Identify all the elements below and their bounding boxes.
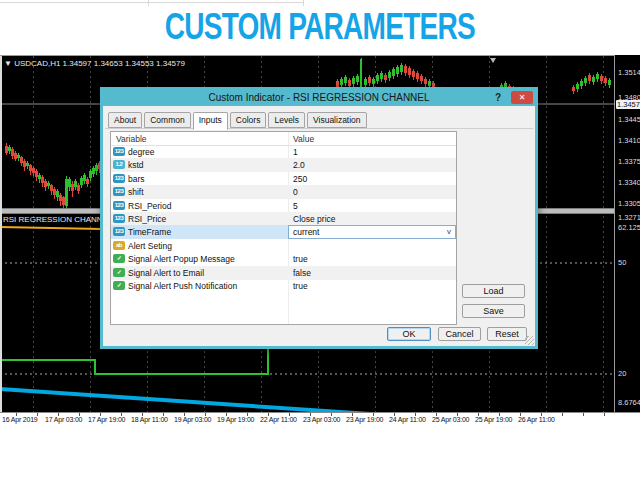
row-degree[interactable]: 123degree1 [111,145,456,159]
reset-button[interactable]: Reset [487,327,527,341]
candle-body [428,81,431,86]
param-value[interactable]: 1 [293,147,298,157]
param-name: Signal Alert to Email [128,268,204,278]
dialog-titlebar[interactable]: Custom Indicator - RSI REGRESSION CHANNE… [103,90,535,106]
candle-body [412,71,415,77]
time-axis-label: 25 Apr 03:00 [432,416,469,423]
tab-about[interactable]: About [108,112,142,128]
row-signal-alert-push-notification[interactable]: ✓Signal Alert Push Notificationtrue [111,279,456,293]
candle-body [608,80,611,85]
row-rsi-period[interactable]: 123RSI_Period5 [111,199,456,213]
param-value[interactable]: 0 [293,187,298,197]
candle-body [572,87,575,91]
candle-body [86,179,89,184]
row-timeframe[interactable]: 123TimeFramecurrentv [111,225,456,239]
cursor-marker-icon [490,58,496,63]
int-type-icon: 123 [113,214,125,223]
timeframe-combobox[interactable]: currentv [288,225,456,239]
tab-common[interactable]: Common [144,112,190,128]
candle-body [604,78,607,83]
time-axis-label: 23 Apr 03:00 [303,416,340,423]
param-value[interactable]: 5 [293,201,298,211]
param-value[interactable]: true [293,254,308,264]
string-type-icon: ab [113,241,125,250]
chevron-down-icon: v [447,227,451,236]
double-type-icon: 1.2 [113,160,125,169]
param-value[interactable]: 2.0 [293,160,305,170]
param-name: kstd [128,160,144,170]
candle-body [77,185,80,191]
time-axis-label: 23 Apr 19:00 [346,416,383,423]
param-name: TimeFrame [128,227,171,237]
row-signal-alert-to-email[interactable]: ✓Signal Alert to Emailfalse [111,266,456,280]
param-name: degree [128,147,154,157]
save-button[interactable]: Save [462,304,525,318]
row-alert-seting[interactable]: abAlert Seting [111,239,456,253]
price-axis-label: 1.33400 [618,178,640,187]
candle-body [360,59,362,89]
dialog-title: Custom Indicator - RSI REGRESSION CHANNE… [103,90,535,105]
candle-body [372,79,375,84]
tab-levels[interactable]: Levels [268,112,305,128]
time-axis-label: 19 Apr 19:00 [217,416,254,423]
time-axis: 16 Apr 201917 Apr 03:0017 Apr 19:0018 Ap… [0,412,640,425]
help-button[interactable]: ? [491,91,505,104]
inputs-table: Variable Value 123degree11.2kstd2.0123ba… [110,131,457,325]
candle-body [420,76,423,81]
time-axis-label: 17 Apr 19:00 [88,416,125,423]
close-icon: ✕ [519,93,526,102]
price-axis-label: 1.33750 [618,157,640,166]
candle-body [340,79,343,85]
cancel-button[interactable]: Cancel [438,327,481,341]
tab-inputs[interactable]: Inputs [193,112,228,130]
candle-body [600,76,603,81]
param-value[interactable]: 250 [293,174,307,184]
ok-button[interactable]: OK [387,327,431,341]
price-axis-label: 50 [618,258,626,267]
price-axis-label: 1.34800 [618,93,640,102]
resize-grip[interactable] [525,336,534,345]
tab-colors[interactable]: Colors [230,112,267,128]
price-axis-label: 1.34450 [618,115,640,124]
row-signal-alert-popup-message[interactable]: ✓Signal Alert Popup Messagetrue [111,252,456,266]
candle-body [416,73,419,79]
candle-body [392,69,395,76]
load-button[interactable]: Load [462,284,525,298]
param-value[interactable]: Close price [293,214,336,224]
candle-body [596,74,599,79]
chart-left-edge [0,56,2,412]
column-header-variable: Variable [116,134,147,144]
row-bars[interactable]: 123bars250 [111,172,456,186]
int-type-icon: 123 [113,174,125,183]
row-shift[interactable]: 123shift0 [111,185,456,199]
dialog-window: Custom Indicator - RSI REGRESSION CHANNE… [100,87,538,349]
bool-type-icon: ✓ [113,254,125,263]
close-button[interactable]: ✕ [511,91,533,104]
param-value[interactable]: true [293,281,308,291]
time-axis-label: 25 Apr 19:00 [475,416,512,423]
param-name: shift [128,187,144,197]
screen: { "header": { "title": "CUSTOM PARAMETER… [0,0,640,480]
bool-type-icon: ✓ [113,268,125,277]
time-axis-tick [604,413,605,416]
candle-body [356,76,359,82]
param-name: RSI_Period [128,201,171,211]
time-axis-label: 19 Apr 03:00 [174,416,211,423]
column-header-value: Value [293,134,314,144]
param-value[interactable]: false [293,268,311,278]
param-name: bars [128,174,145,184]
channel-mid-line [0,227,102,229]
tab-visualization[interactable]: Visualization [307,112,367,128]
row-rsi-price[interactable]: 123RSI_PriceClose price [111,212,456,226]
candle-body [376,75,379,81]
int-type-icon: 123 [113,187,125,196]
time-axis-label: 16 Apr 2019 [2,416,38,423]
int-type-icon: 123 [113,147,125,156]
price-axis: 1.34579 1.351401.348001.344501.341001.33… [614,55,640,412]
price-axis-label: 1.34100 [618,136,640,145]
param-name: Signal Alert Popup Message [128,254,235,264]
int-type-icon: 123 [113,227,125,236]
row-kstd[interactable]: 1.2kstd2.0 [111,158,456,172]
window-chrome-artifact [0,2,303,3]
channel-lower-line [0,389,400,412]
